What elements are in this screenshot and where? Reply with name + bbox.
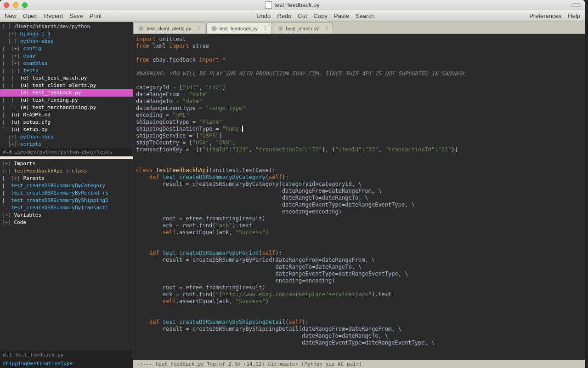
title-text: test_feedback.py xyxy=(274,1,319,8)
menu-help[interactable]: Help xyxy=(568,12,580,19)
outline-item[interactable]: [+] Imports xyxy=(0,160,133,167)
menu-preferences[interactable]: Preferences xyxy=(529,12,561,19)
status-w0: W-0 …sh/dev/python/python-ebay/tests xyxy=(0,148,133,156)
outline-item[interactable]: | test_createDSRSummaryByShippingD xyxy=(0,197,133,204)
tab-bar: ×test_client_alerts.py1×test_feedback.py… xyxy=(133,22,585,34)
tab-label: test_feedback.py xyxy=(220,26,258,31)
window-title: test_feedback.py xyxy=(265,1,319,9)
tree-item[interactable]: [+] Django-1.3 xyxy=(0,30,133,38)
tree-item[interactable]: | (u) setup.cfg xyxy=(0,119,133,126)
tree-item[interactable]: | | (u) test_client_alerts.py xyxy=(0,82,133,89)
tab-test_client_alerts-py[interactable]: ×test_client_alerts.py1 xyxy=(133,23,205,34)
outline-item[interactable]: [+] Variables xyxy=(0,212,133,219)
tab-best_match-py[interactable]: ×best_match.py3 xyxy=(273,23,333,34)
menu-recent[interactable]: Recent xyxy=(44,12,63,19)
tree-item[interactable]: | [+] config xyxy=(0,45,133,52)
minibuffer: shippingDestinationType xyxy=(0,359,133,368)
traffic-lights xyxy=(4,2,28,8)
modeline: -:--- test_feedback.py Top of 2.9k (14,3… xyxy=(133,360,585,368)
tree-item[interactable]: | | (e) test_best_match.py xyxy=(0,75,133,82)
tree-item[interactable]: [-] /Users/utkarsh/dev/python xyxy=(0,23,133,30)
tree-item[interactable]: | (u) README.md xyxy=(0,111,133,119)
app-window: test_feedback.py NewOpenRecentSavePrint … xyxy=(0,0,585,368)
tree-item[interactable]: [+] scripts xyxy=(0,141,133,148)
titlebar[interactable]: test_feedback.py xyxy=(0,0,585,10)
status-w1: W-1 test_feedback.py xyxy=(0,351,133,359)
menu-cut[interactable]: Cut xyxy=(298,12,307,19)
menu-save[interactable]: Save xyxy=(69,12,83,19)
editor-area: ×test_client_alerts.py1×test_feedback.py… xyxy=(133,22,585,368)
file-tree[interactable]: [-] /Users/utkarsh/dev/python [+] Django… xyxy=(0,22,133,148)
tab-label: best_match.py xyxy=(286,26,319,31)
outline-item[interactable]: | test_createDSRSummaryByCategory xyxy=(0,182,133,190)
tree-item[interactable]: [-] python-ebay xyxy=(0,38,133,45)
tree-item[interactable]: | | (e) test_feedback.py xyxy=(0,89,133,97)
close-icon[interactable]: × xyxy=(211,26,217,31)
outline-tree[interactable]: [+] Imports[-] TestFeedbackhApi : class|… xyxy=(0,159,133,227)
tree-item[interactable]: `- (u) setup.py xyxy=(0,126,133,133)
close-icon[interactable]: × xyxy=(278,26,283,31)
menu-print[interactable]: Print xyxy=(90,12,102,19)
tree-item[interactable]: | | (u) test_finding.py xyxy=(0,97,133,104)
menu-new[interactable]: New xyxy=(5,12,17,19)
menu-redo[interactable]: Redo xyxy=(277,12,291,19)
tab-test_feedback-py[interactable]: ×test_feedback.py2 xyxy=(206,23,272,34)
modeline-text: -:--- test_feedback.py Top of 2.9k (14,3… xyxy=(137,361,362,367)
code-editor[interactable]: import unittestfrom lxml import etree fr… xyxy=(133,34,585,360)
menu-copy[interactable]: Copy xyxy=(314,12,328,19)
close-icon[interactable] xyxy=(4,2,9,8)
main: [-] /Users/utkarsh/dev/python [+] Django… xyxy=(0,22,585,368)
outline-item[interactable]: `- test_createDSRSummaryByTransacti xyxy=(0,204,133,212)
menu-undo[interactable]: Undo xyxy=(256,12,271,19)
tree-item[interactable]: | `- (e) test_merchandising.py xyxy=(0,104,133,111)
outline-item[interactable]: | test_createDSRSummaryByPeriod (s xyxy=(0,190,133,197)
sidebar: [-] /Users/utkarsh/dev/python [+] Django… xyxy=(0,22,133,368)
tree-item[interactable]: | [+] examples xyxy=(0,60,133,67)
tree-item[interactable]: | [-] tests xyxy=(0,67,133,75)
menu-open[interactable]: Open xyxy=(23,12,38,19)
tab-number: 2 xyxy=(264,26,267,31)
outline-item[interactable]: | [+] Parents xyxy=(0,175,133,182)
menu-paste[interactable]: Paste xyxy=(334,12,349,19)
close-icon[interactable]: × xyxy=(138,26,144,31)
tree-item[interactable]: | [+] ebay xyxy=(0,52,133,60)
tab-number: 3 xyxy=(325,26,328,31)
minimize-icon[interactable] xyxy=(13,2,18,8)
menu-search[interactable]: Search xyxy=(356,12,374,19)
maximize-icon[interactable] xyxy=(22,2,28,8)
outline-item[interactable]: [+] Code xyxy=(0,219,133,226)
document-icon xyxy=(265,1,271,9)
tree-item[interactable]: [+] python-noca xyxy=(0,133,133,141)
outline-item[interactable]: [-] TestFeedbackhApi : class xyxy=(0,167,133,175)
toolbar: NewOpenRecentSavePrint UndoRedoCutCopyPa… xyxy=(0,10,585,22)
tab-number: 1 xyxy=(198,26,200,31)
tab-label: test_client_alerts.py xyxy=(147,26,191,31)
titlebar-pill[interactable] xyxy=(571,3,581,7)
